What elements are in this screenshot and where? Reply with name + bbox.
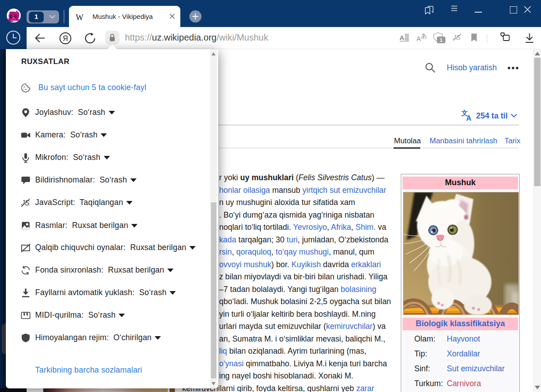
svg-text:あ: あ [421, 32, 427, 39]
svg-text:R: R [63, 35, 68, 42]
svg-text:A: A [466, 114, 472, 121]
svg-text:A: A [417, 35, 421, 42]
svg-text:A: A [399, 34, 404, 41]
